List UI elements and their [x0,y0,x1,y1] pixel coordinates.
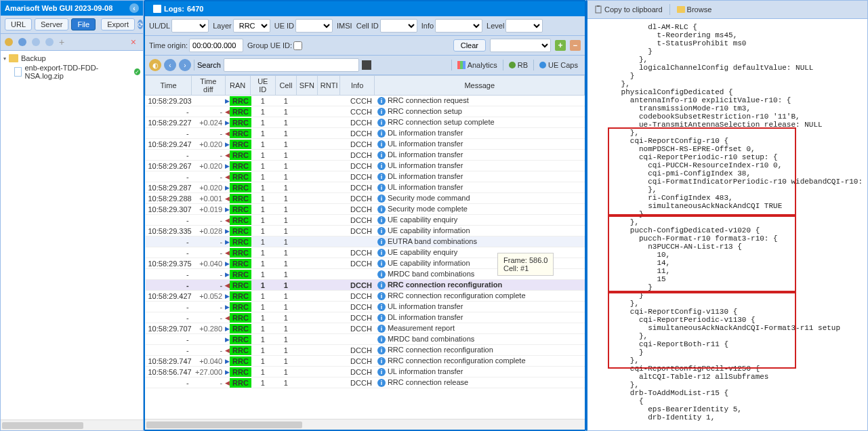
analytics-button[interactable]: Analytics [455,60,500,70]
forward-icon[interactable]: › [179,59,191,71]
info-icon[interactable]: i [377,249,386,257]
column-time-diff[interactable]: Time diff [192,76,226,96]
info-icon[interactable]: i [377,173,386,181]
log-row[interactable]: -▶RRC11iMRDC band combinations [146,334,585,345]
log-row[interactable]: --◀RRC11DCCHiDL information transfer [146,171,585,182]
info-icon[interactable]: i [377,151,386,159]
info-icon[interactable]: i [377,368,386,376]
log-row[interactable]: 10:58:29.247+0.020▶RRC11DCCHiUL informat… [146,139,585,150]
info-icon[interactable]: i [377,281,386,289]
filter-layer[interactable]: RRC [233,19,270,33]
info-icon[interactable]: i [377,184,386,192]
circle-icon-3[interactable] [45,38,54,46]
log-row[interactable]: 10:58:56.747+27.000▶RRC11DCCHiUL informa… [146,367,585,377]
url-button[interactable]: URL [5,18,32,30]
details-text[interactable]: dl-AM-RLC { t-Reordering ms45, t-StatusP… [587,19,867,430]
info-icon[interactable]: i [377,140,386,148]
info-icon[interactable]: i [377,357,386,365]
server-button[interactable]: Server [35,18,68,30]
log-row[interactable]: 10:58:29.307+0.019▶RRC11DCCHiSecurity mo… [146,204,585,215]
log-row[interactable]: --◀RRC11CCCHiRRC connection setup [146,106,585,117]
tab-logs[interactable]: Logs: 6470 [146,3,210,15]
close-icon[interactable]: × [128,37,139,47]
filter-ueid[interactable] [295,19,333,33]
time-origin-input[interactable] [189,39,243,52]
filter-level[interactable] [505,19,543,33]
column-ue-id[interactable]: UE ID [250,76,275,96]
log-row[interactable]: 10:58:29.747+0.040▶RRC11DCCHiRRC connect… [146,356,585,367]
column-sfn[interactable]: SFN [296,76,317,96]
info-icon[interactable]: i [377,194,386,203]
info-icon[interactable]: i [377,205,386,213]
info-icon[interactable]: i [377,335,386,344]
back-icon[interactable]: ‹ [164,59,176,71]
log-row[interactable]: 10:58:29.707+0.280▶RRC11DCCHiMeasurement… [146,323,585,334]
tree-folder-row[interactable]: ▾ Backup [2,54,142,63]
info-icon[interactable]: i [377,238,386,246]
add-filter-button[interactable]: + [555,40,566,51]
log-row[interactable]: 10:58:29.427+0.052▶RRC11DCCHiRRC connect… [146,291,585,302]
info-icon[interactable]: i [377,97,386,105]
collapse-left-icon[interactable]: ‹ [129,3,139,13]
uecaps-button[interactable]: UE Caps [537,60,581,70]
log-row[interactable]: --◀RRC11DCCHiDL information transfer [146,150,585,161]
info-icon[interactable]: i [377,129,386,138]
column-cell[interactable]: Cell [275,76,296,96]
copy-button[interactable]: Copy to clipboard [592,4,665,15]
info-icon[interactable]: i [377,346,386,354]
saved-filter-select[interactable] [490,39,551,52]
log-row[interactable]: --◀RRC11DCCHiRRC connection release [146,377,585,388]
info-icon[interactable]: i [377,325,386,333]
log-row[interactable]: --◀RRC11DCCHiRRC connection reconfigurat… [146,280,585,291]
log-grid[interactable]: TimeTime diffRANUE IDCellSFNRNTIInfoMess… [145,75,585,419]
log-row[interactable]: 10:58:29.267+0.020▶RRC11DCCHiUL informat… [146,161,585,171]
circle-icon-1[interactable] [18,38,26,46]
log-row[interactable]: 10:58:29.227+0.024▶RRC11DCCHiRRC connect… [146,117,585,128]
info-icon[interactable]: i [377,260,386,268]
info-icon[interactable]: i [377,292,386,300]
info-icon[interactable]: i [377,162,386,170]
info-icon[interactable]: i [377,314,386,322]
browse-button[interactable]: Browse [674,4,715,15]
rb-button[interactable]: RB [506,60,531,70]
tree-file-row[interactable]: enb-export-TDD-FDD-NSA.log.zip ✓ [2,63,142,81]
center-scrollbar[interactable] [145,419,585,430]
log-row[interactable]: --▶RRC11DCCHiUL information transfer [146,302,585,312]
search-input[interactable] [224,58,359,72]
left-scrollbar[interactable] [1,419,143,430]
info-icon[interactable]: i [377,216,386,224]
globe-icon[interactable]: ◐ [149,59,161,71]
info-icon[interactable]: i [377,379,386,387]
circle-icon-2[interactable] [32,38,40,46]
info-icon[interactable]: i [377,227,386,235]
filter-info[interactable] [435,19,482,33]
info-icon[interactable]: i [377,303,386,311]
column-rnti[interactable]: RNTI [317,76,339,96]
people-icon[interactable] [362,60,371,70]
log-row[interactable]: 10:58:29.288+0.001◀RRC11DCCHiSecurity mo… [146,193,585,204]
log-row[interactable]: 10:58:29.287+0.020▶RRC11DCCHiUL informat… [146,182,585,193]
filter-cellid[interactable] [380,19,417,33]
remove-filter-button[interactable]: − [570,40,581,51]
log-row[interactable]: --◀RRC11DCCHiUE capability enquiry [146,215,585,226]
column-info[interactable]: Info [339,76,375,96]
file-button[interactable]: File [71,18,96,30]
plus-icon[interactable]: + [59,37,64,47]
column-time[interactable]: Time [146,76,192,96]
column-message[interactable]: Message [375,76,585,96]
log-row[interactable]: --▶RRC11iEUTRA band combinations [146,237,585,247]
log-row[interactable]: --◀RRC11DCCHiRRC connection reconfigurat… [146,345,585,356]
info-icon[interactable]: i [377,108,386,116]
column-ran[interactable]: RAN [225,76,250,96]
group-ueid-checkbox[interactable] [293,41,302,50]
log-row[interactable]: 10:58:29.203▶RRC11CCCHiRRC connection re… [146,96,585,106]
info-icon[interactable]: i [377,270,386,279]
cloud-icon[interactable] [5,38,13,46]
info-icon[interactable]: i [377,119,386,127]
filter-uldl[interactable] [171,19,209,33]
log-row[interactable]: 10:58:29.335+0.028▶RRC11DCCHiUE capabili… [146,226,585,237]
refresh-icon[interactable]: ⟳ [138,20,143,29]
export-button[interactable]: Export [101,18,135,30]
log-row[interactable]: --◀RRC11DCCHiDL information transfer [146,312,585,323]
clear-button[interactable]: Clear [453,39,486,52]
